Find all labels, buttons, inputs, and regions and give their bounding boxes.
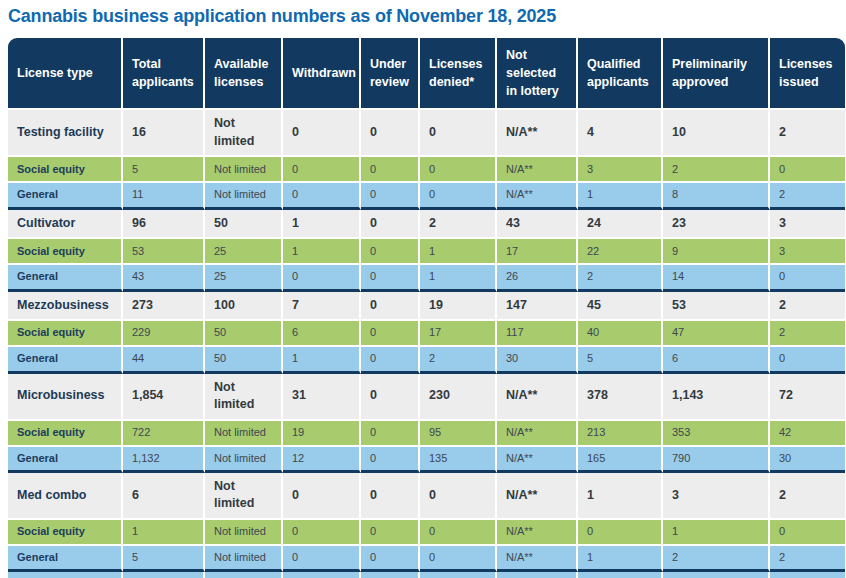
row-label: Cultivator	[8, 210, 123, 240]
value-cell: 0	[420, 110, 497, 157]
value-cell: 14	[663, 265, 770, 291]
partial-cell	[770, 572, 845, 578]
license-type-row: Med combo6Not limited000N/A**132	[8, 473, 845, 520]
value-cell: 0	[283, 157, 361, 183]
value-cell: 0	[578, 520, 663, 546]
value-cell: Not limited	[205, 110, 283, 157]
value-cell: 3	[770, 239, 845, 265]
value-cell: 0	[283, 473, 361, 520]
header-row: License typeTotal applicantsAvailable li…	[8, 38, 845, 110]
row-label: Mezzobusiness	[8, 292, 123, 322]
social-equity-row: Social equity5Not limited000N/A**320	[8, 157, 845, 183]
value-cell: 213	[578, 421, 663, 447]
value-cell: 2	[770, 546, 845, 572]
license-type-row: Testing facility16Not limited000N/A**410…	[8, 110, 845, 157]
value-cell: N/A**	[497, 447, 578, 473]
value-cell: 1	[420, 239, 497, 265]
value-cell: 43	[497, 210, 578, 240]
value-cell: N/A**	[497, 473, 578, 520]
column-header-1: Total applicants	[123, 38, 205, 110]
row-label: Testing facility	[8, 110, 123, 157]
row-label: General	[8, 347, 123, 373]
value-cell: 378	[578, 374, 663, 421]
value-cell: 2	[663, 157, 770, 183]
value-cell: 22	[578, 239, 663, 265]
column-header-6: Not selected in lottery	[497, 38, 578, 110]
value-cell: 7	[283, 292, 361, 322]
value-cell: 1	[123, 520, 205, 546]
value-cell: 17	[420, 321, 497, 347]
partial-cell	[663, 572, 770, 578]
value-cell: 100	[205, 292, 283, 322]
value-cell: 3	[663, 473, 770, 520]
row-label: Microbusiness	[8, 374, 123, 421]
value-cell: 0	[283, 110, 361, 157]
value-cell: 42	[770, 421, 845, 447]
value-cell: 4	[578, 110, 663, 157]
value-cell: 1	[578, 473, 663, 520]
value-cell: 44	[123, 347, 205, 373]
license-type-row: Microbusiness1,854Not limited310230N/A**…	[8, 374, 845, 421]
value-cell: 0	[361, 421, 420, 447]
value-cell: 95	[420, 421, 497, 447]
column-header-5: Licenses denied*	[420, 38, 497, 110]
row-label: Med combo	[8, 473, 123, 520]
value-cell: Not limited	[205, 421, 283, 447]
value-cell: 0	[283, 546, 361, 572]
value-cell: 0	[770, 265, 845, 291]
value-cell: 2	[663, 546, 770, 572]
value-cell: 0	[420, 157, 497, 183]
value-cell: 1	[663, 520, 770, 546]
value-cell: 0	[361, 347, 420, 373]
value-cell: 2	[770, 183, 845, 209]
value-cell: 72	[770, 374, 845, 421]
value-cell: N/A**	[497, 110, 578, 157]
value-cell: 0	[283, 183, 361, 209]
value-cell: 12	[283, 447, 361, 473]
value-cell: 0	[361, 157, 420, 183]
partial-cell	[205, 572, 283, 578]
row-label: General	[8, 183, 123, 209]
value-cell: N/A**	[497, 183, 578, 209]
value-cell: 722	[123, 421, 205, 447]
row-label: Social equity	[8, 157, 123, 183]
value-cell: 17	[497, 239, 578, 265]
value-cell: 1	[283, 210, 361, 240]
value-cell: Not limited	[205, 447, 283, 473]
general-row: General445010230560	[8, 347, 845, 373]
value-cell: Not limited	[205, 546, 283, 572]
social-equity-row: Social equity5325101172293	[8, 239, 845, 265]
value-cell: 50	[205, 210, 283, 240]
column-header-3: Withdrawn	[283, 38, 361, 110]
value-cell: 147	[497, 292, 578, 322]
row-label: General	[8, 265, 123, 291]
row-label: General	[8, 546, 123, 572]
value-cell: 273	[123, 292, 205, 322]
value-cell: 0	[283, 520, 361, 546]
value-cell: 2	[770, 110, 845, 157]
value-cell: Not limited	[205, 473, 283, 520]
value-cell: 19	[420, 292, 497, 322]
value-cell: 23	[663, 210, 770, 240]
row-label: Social equity	[8, 421, 123, 447]
value-cell: 10	[663, 110, 770, 157]
value-cell: 96	[123, 210, 205, 240]
value-cell: 0	[361, 520, 420, 546]
partial-cell	[420, 572, 497, 578]
value-cell: 0	[361, 374, 420, 421]
value-cell: 3	[578, 157, 663, 183]
column-header-0: License type	[8, 38, 123, 110]
value-cell: 53	[123, 239, 205, 265]
value-cell: Not limited	[205, 520, 283, 546]
partial-cell	[283, 572, 361, 578]
value-cell: 0	[361, 292, 420, 322]
value-cell: 229	[123, 321, 205, 347]
page-title: Cannabis business application numbers as…	[8, 5, 846, 27]
value-cell: 19	[283, 421, 361, 447]
column-header-4: Under review	[361, 38, 420, 110]
partial-cell	[123, 572, 205, 578]
value-cell: 24	[578, 210, 663, 240]
value-cell: 2	[420, 210, 497, 240]
value-cell: 31	[283, 374, 361, 421]
social-equity-row: Social equity22950601711740472	[8, 321, 845, 347]
